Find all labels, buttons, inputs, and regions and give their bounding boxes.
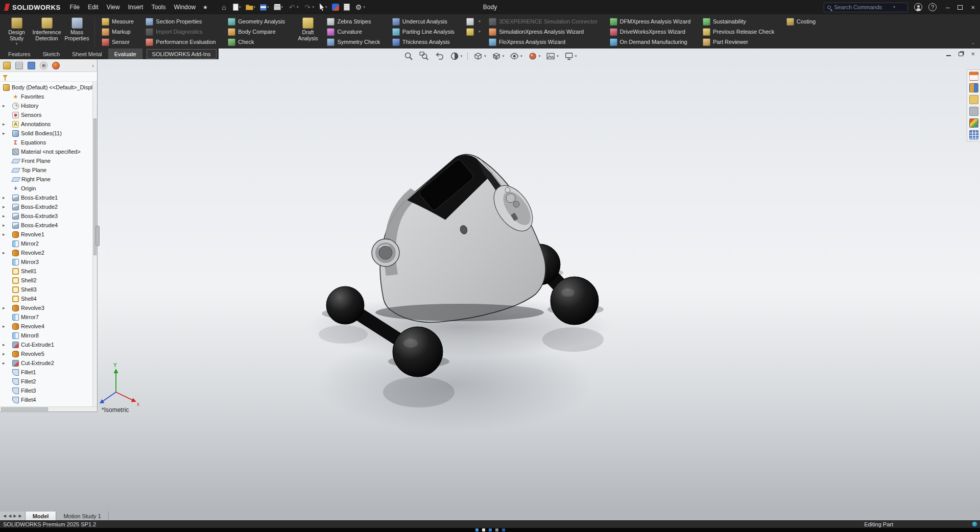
close-icon[interactable]: × <box>971 4 975 11</box>
save-icon[interactable]: ▾ <box>258 3 271 12</box>
tree-item[interactable]: ▸ Equations <box>0 138 97 147</box>
propertymanager-tab-icon[interactable] <box>15 62 23 69</box>
menu-item[interactable]: View <box>103 0 124 14</box>
tree-item[interactable]: ▸ Mirror3 <box>0 257 97 267</box>
ribbon-large-button[interactable]: Design Study ▾ <box>2 16 31 46</box>
tree-item[interactable]: ▸ Revolve2 <box>0 248 97 257</box>
tree-item[interactable]: ▸ Front Plane <box>0 156 97 165</box>
ribbon-large-button[interactable]: Interference Detection ▾ <box>32 16 61 46</box>
design-library-icon[interactable] <box>969 83 978 92</box>
ribbon-button[interactable]: Import Diagnostics ▾ <box>142 27 223 37</box>
hide-show-items-icon[interactable]: ▾ <box>508 51 524 62</box>
expand-arrow-icon[interactable]: ▸ <box>3 122 5 127</box>
expand-arrow-icon[interactable]: ▸ <box>3 131 5 136</box>
last-tab-icon[interactable]: ▶ <box>18 514 21 518</box>
tree-item[interactable]: ▸ Revolve3 <box>0 303 97 312</box>
windows-taskbar[interactable] <box>0 528 980 532</box>
tree-item[interactable]: ▸ Solid Bodies(11) <box>0 129 97 138</box>
tree-item[interactable]: ▸ Cut-Extrude2 <box>0 358 97 368</box>
tree-item[interactable]: ▸ Boss-Extrude3 <box>0 211 97 221</box>
ribbon-button[interactable]: Curvature ▾ <box>323 27 387 37</box>
tree-item[interactable]: ▸ Top Plane <box>0 165 97 175</box>
expand-arrow-icon[interactable]: ▸ <box>3 351 5 356</box>
section-view-icon[interactable]: ▾ <box>448 51 464 62</box>
tree-item[interactable]: ▸ Boss-Extrude1 <box>0 193 97 202</box>
tree-item[interactable]: ▸ Shell4 <box>0 294 97 303</box>
featuremanager-tab-icon[interactable] <box>3 62 11 69</box>
command-tab[interactable]: Features <box>2 49 36 59</box>
appearances-icon[interactable] <box>969 118 978 128</box>
options-gear-icon[interactable]: ⚙▾ <box>353 2 367 13</box>
edit-appearance-icon[interactable]: ▾ <box>526 51 542 62</box>
tree-item[interactable]: ▸ Fillet1 <box>0 368 97 377</box>
tree-item[interactable]: ▸ Annotations <box>0 119 97 129</box>
ribbon-large-button[interactable]: Draft Analysis ▾ <box>293 16 322 46</box>
tree-item[interactable]: ▸ Origin <box>0 184 97 193</box>
ribbon-button[interactable]: Undercut Analysis ▾ <box>389 16 462 27</box>
tree-item[interactable]: ▸ Mirror7 <box>0 312 97 322</box>
ribbon-button[interactable]: Geometry Analysis ▾ <box>224 16 292 27</box>
expand-tabs-chevron-icon[interactable]: › <box>92 62 94 68</box>
ribbon-button[interactable]: Thickness Analysis ▾ <box>389 37 462 47</box>
display-style-icon[interactable]: ▾ <box>490 51 506 62</box>
scrollbar-thumb[interactable] <box>1 407 48 411</box>
menu-item[interactable]: Insert <box>124 0 147 14</box>
next-tab-icon[interactable]: ▶ <box>13 514 16 518</box>
print-icon[interactable]: ▾ <box>272 3 285 11</box>
ribbon-button[interactable]: Sustainability ▾ <box>699 16 782 27</box>
command-search[interactable]: ▾ <box>824 3 908 12</box>
ribbon-button[interactable]: FloXpress Analysis Wizard ▾ <box>485 37 605 47</box>
ribbon-button[interactable]: ▾ <box>463 27 484 37</box>
tree-horizontal-scrollbar[interactable] <box>0 406 97 412</box>
dimxpertmanager-tab-icon[interactable]: ⊕ <box>40 62 47 69</box>
home-icon[interactable]: ⌂ <box>218 2 230 13</box>
menu-item[interactable]: Window <box>170 0 200 14</box>
redo-icon[interactable]: ↷▾ <box>302 2 316 13</box>
tree-item[interactable]: ▸ Fillet2 <box>0 377 97 386</box>
taskbar-icon[interactable] <box>495 528 498 531</box>
doc-restore-icon[interactable] <box>959 52 963 56</box>
ribbon-button[interactable]: Section Properties ▾ <box>142 16 223 27</box>
expand-arrow-icon[interactable]: ▸ <box>3 232 5 237</box>
tree-item[interactable]: ▸ Revolve4 <box>0 322 97 331</box>
expand-arrow-icon[interactable]: ▸ <box>3 305 5 310</box>
tree-filter-bar[interactable] <box>0 72 97 82</box>
ribbon-button[interactable]: DFMXpress Analysis Wizard ▾ <box>606 16 698 27</box>
expand-arrow-icon[interactable]: ▸ <box>3 195 5 200</box>
view-settings-icon[interactable]: ▾ <box>562 51 579 62</box>
taskbar-icon[interactable] <box>502 528 505 531</box>
tree-item[interactable]: ▸ Boss-Extrude4 <box>0 221 97 230</box>
tree-item[interactable]: ▸ Shell3 <box>0 285 97 294</box>
ribbon-button[interactable]: Parting Line Analysis ▾ <box>389 27 462 37</box>
ribbon-button[interactable]: 3DEXPERIENCE Simulation Connector ▾ <box>485 16 605 27</box>
command-tab[interactable]: Evaluate <box>108 49 142 59</box>
panel-splitter-grip[interactable] <box>95 226 100 246</box>
configurationmanager-tab-icon[interactable] <box>28 62 35 69</box>
expand-arrow-icon[interactable]: ▸ <box>3 204 5 209</box>
model-canvas[interactable]: Y x z <box>0 49 980 512</box>
ribbon-button[interactable]: Markup ▾ <box>98 27 141 37</box>
expand-arrow-icon[interactable]: ▸ <box>3 324 5 329</box>
tab-solidworks-add-ins[interactable]: SOLIDWORKS Add-Ins <box>147 49 217 59</box>
maximize-icon[interactable] <box>958 5 963 10</box>
bottom-tab[interactable]: Motion Study 1 <box>56 512 108 520</box>
tree-item[interactable]: ▸ Material <not specified> <box>0 147 97 156</box>
shortcut-star-icon[interactable]: ★ <box>200 4 211 11</box>
graphics-viewport[interactable]: Y x z *Isometric ▾ ▾ ▾ ▾ <box>0 49 980 512</box>
tree-item[interactable]: ▸ Cut-Extrude1 <box>0 340 97 349</box>
expand-arrow-icon[interactable]: ▸ <box>3 342 5 347</box>
minimize-icon[interactable]: – <box>946 4 949 11</box>
tree-item[interactable]: ▸ Shell2 <box>0 276 97 285</box>
ribbon-button[interactable]: Performance Evaluation ▾ <box>142 37 223 47</box>
ribbon-large-button[interactable]: Mass Properties ▾ <box>62 16 91 46</box>
menu-item[interactable]: Tools <box>147 0 170 14</box>
view-palette-icon[interactable] <box>969 107 978 116</box>
custom-properties-icon[interactable] <box>969 130 978 139</box>
new-document-icon[interactable]: ▾ <box>231 3 243 12</box>
doc-close-icon[interactable]: × <box>971 51 975 57</box>
expand-arrow-icon[interactable]: ▸ <box>3 250 5 255</box>
solidworks-resources-icon[interactable] <box>969 71 978 81</box>
command-tab[interactable]: Sheet Metal <box>66 49 108 59</box>
help-icon[interactable]: ? <box>928 3 937 11</box>
menu-item[interactable]: File <box>66 0 84 14</box>
